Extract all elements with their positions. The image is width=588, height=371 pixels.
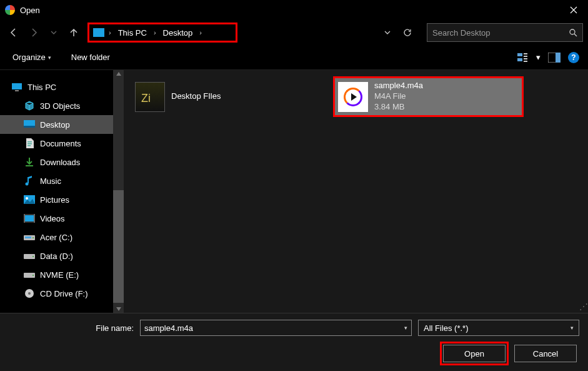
svg-rect-6: [524, 61, 527, 62]
sidebar-item-nvme-e[interactable]: NVME (E:): [0, 265, 113, 284]
file-type: M4A File: [374, 91, 423, 102]
sidebar-item-acer-c[interactable]: Acer (C:): [0, 228, 113, 246]
svg-point-19: [26, 197, 28, 200]
svg-rect-14: [27, 143, 32, 145]
music-icon: [24, 176, 35, 186]
sidebar-item-data-d[interactable]: Data (D:): [0, 246, 113, 265]
filter-label: All Files (*.*): [424, 323, 469, 333]
media-file-icon: [338, 82, 368, 112]
organize-menu[interactable]: Organize ▾: [9, 50, 55, 64]
up-button[interactable]: [65, 24, 82, 41]
breadcrumb[interactable]: › This PC › Desktop ›: [87, 23, 237, 43]
sidebar-item-label: NVME (E:): [40, 270, 79, 280]
svg-rect-23: [34, 214, 35, 223]
address-dropdown-icon[interactable]: [384, 31, 397, 34]
search-icon[interactable]: [569, 28, 577, 37]
svg-rect-10: [15, 90, 19, 91]
file-type-filter[interactable]: All Files (*.*) ▾: [418, 320, 579, 336]
sidebar-item-label: Downloads: [40, 158, 80, 167]
sidebar-item-label: This PC: [27, 83, 56, 92]
svg-point-0: [570, 29, 575, 34]
svg-point-26: [32, 237, 34, 238]
sidebar-item-label: Data (D:): [40, 252, 73, 261]
recent-dropdown-icon[interactable]: [45, 24, 62, 41]
sidebar-item-downloads[interactable]: Downloads: [0, 153, 113, 171]
svg-rect-5: [524, 58, 527, 59]
filename-combobox[interactable]: ▾: [140, 320, 412, 336]
new-folder-label: New folder: [71, 53, 110, 62]
filename-input[interactable]: [144, 323, 404, 333]
sidebar-item-documents[interactable]: Documents: [0, 134, 113, 153]
scrollbar-thumb[interactable]: [113, 190, 124, 303]
sidebar: This PC 3D Objects Desktop Documents Dow…: [0, 70, 124, 313]
chevron-down-icon: ▾: [536, 53, 541, 62]
cancel-label: Cancel: [533, 349, 558, 358]
svg-point-28: [32, 256, 34, 257]
file-list[interactable]: Zi Desktop FIles sample4.m4a M4A File 3.…: [124, 70, 588, 313]
search-input[interactable]: [432, 28, 569, 38]
chevron-down-icon: ▾: [571, 325, 574, 331]
cancel-button[interactable]: Cancel: [514, 345, 577, 362]
download-icon: [24, 157, 35, 167]
chevron-right-icon: ›: [199, 29, 202, 36]
sidebar-item-label: Music: [40, 176, 61, 186]
open-button[interactable]: Open: [443, 345, 506, 362]
chevron-right-icon: ›: [109, 29, 111, 36]
sidebar-item-pictures[interactable]: Pictures: [0, 190, 113, 209]
preview-pane-icon: [548, 53, 561, 63]
pictures-icon: [24, 195, 35, 205]
refresh-button[interactable]: [403, 28, 418, 37]
drive-icon: [24, 251, 35, 261]
videos-icon: [24, 213, 35, 223]
svg-rect-4: [517, 58, 522, 61]
nav-row: › This PC › Desktop ›: [0, 20, 588, 45]
chrome-icon: [5, 5, 15, 15]
help-button[interactable]: ?: [568, 52, 579, 63]
svg-rect-3: [524, 56, 527, 57]
document-icon: [24, 138, 35, 148]
view-mode-button[interactable]: ▾: [517, 52, 541, 63]
list-view-icon: [517, 52, 535, 63]
sidebar-item-videos[interactable]: Videos: [0, 209, 113, 228]
svg-rect-21: [25, 215, 34, 221]
resize-grip-icon: ⋰: [579, 304, 587, 312]
svg-point-17: [26, 183, 29, 186]
organize-label: Organize: [12, 53, 46, 62]
drive-icon: [24, 270, 35, 280]
sidebar-item-3d-objects[interactable]: 3D Objects: [0, 96, 113, 115]
file-item-folder[interactable]: Zi Desktop FIles: [130, 76, 321, 117]
drive-icon: [24, 232, 35, 242]
svg-rect-13: [27, 141, 32, 143]
svg-rect-22: [24, 214, 25, 223]
preview-pane-button[interactable]: [548, 53, 561, 63]
open-label: Open: [464, 349, 484, 358]
file-name: sample4.m4a: [374, 81, 423, 91]
chevron-down-icon: ▾: [48, 54, 51, 61]
cube-icon: [24, 101, 35, 111]
pc-icon: [11, 82, 22, 92]
back-button[interactable]: [5, 24, 22, 41]
sidebar-root-this-pc[interactable]: This PC: [0, 78, 113, 96]
svg-rect-2: [524, 53, 527, 54]
pc-icon: [93, 28, 104, 37]
chevron-down-icon[interactable]: ▾: [404, 325, 407, 331]
sidebar-item-cd-drive-f[interactable]: CD Drive (F:): [0, 284, 113, 303]
svg-point-32: [28, 292, 31, 295]
close-button[interactable]: [559, 0, 588, 20]
new-folder-button[interactable]: New folder: [67, 50, 114, 64]
svg-rect-1: [517, 53, 522, 56]
sidebar-item-label: Desktop: [40, 120, 70, 130]
sidebar-scrollbar[interactable]: [113, 70, 124, 313]
file-item-sample4[interactable]: sample4.m4a M4A File 3.84 MB: [333, 76, 524, 117]
forward-button[interactable]: [25, 24, 42, 41]
file-size: 3.84 MB: [374, 102, 423, 113]
svg-rect-25: [25, 236, 31, 238]
sidebar-item-desktop[interactable]: Desktop: [0, 115, 113, 134]
breadcrumb-desktop[interactable]: Desktop: [161, 27, 196, 39]
search-box[interactable]: [427, 23, 583, 42]
breadcrumb-this-pc[interactable]: This PC: [116, 27, 149, 39]
svg-rect-12: [24, 126, 35, 128]
sidebar-item-label: Pictures: [40, 195, 69, 205]
svg-rect-15: [27, 145, 31, 146]
sidebar-item-music[interactable]: Music: [0, 171, 113, 190]
